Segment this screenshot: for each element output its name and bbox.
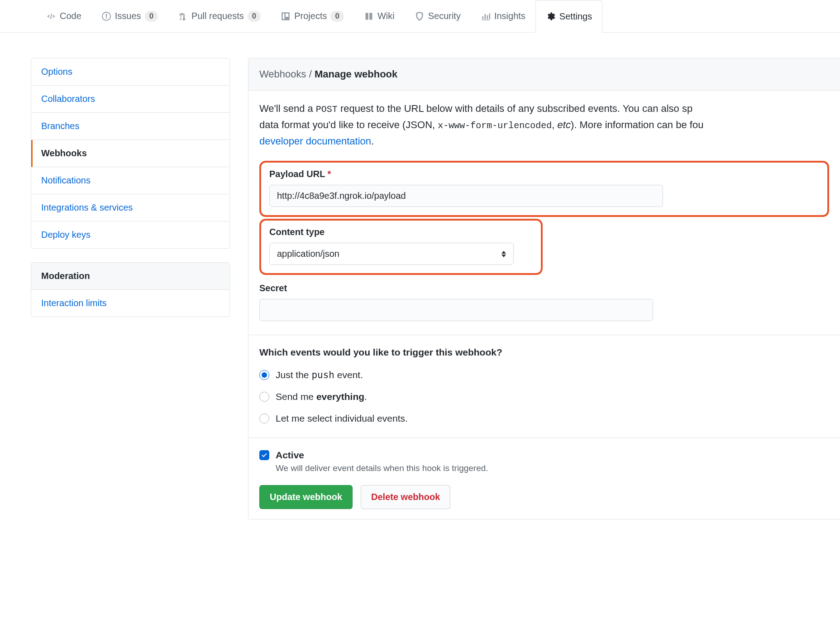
delete-webhook-button[interactable]: Delete webhook [361,485,450,509]
content-type-label: Content type [269,227,533,237]
radio-icon [259,370,269,380]
developer-docs-link[interactable]: developer documentation [259,135,371,147]
sidebar-item-options[interactable]: Options [31,58,229,86]
intro-text: We'll send a POST request to the URL bel… [259,101,829,149]
content-type-select[interactable]: application/json [269,243,514,265]
pull-request-icon [178,11,188,21]
highlight-payload-url: Payload URL * [259,161,829,217]
pulls-count: 0 [248,11,261,22]
tab-code[interactable]: Code [36,0,91,32]
projects-icon [281,11,291,21]
update-webhook-button[interactable]: Update webhook [259,485,353,509]
wiki-icon [364,11,374,21]
secret-input[interactable] [259,299,653,321]
radio-icon [259,413,269,423]
tab-projects[interactable]: Projects 0 [271,0,354,32]
sidebar-item-notifications[interactable]: Notifications [31,167,229,194]
radio-just-push[interactable]: Just the push event. [259,370,829,380]
tab-wiki[interactable]: Wiki [354,0,405,32]
repo-tabs: Code Issues 0 Pull requests 0 Projects 0… [0,0,840,33]
projects-count: 0 [330,11,344,22]
issues-count: 0 [145,11,158,22]
payload-url-input[interactable] [269,185,663,207]
gear-icon [546,11,556,21]
sidebar-item-collaborators[interactable]: Collaborators [31,86,229,113]
issue-icon [101,11,111,21]
radio-icon [259,392,269,402]
graph-icon [481,11,491,21]
sidebar-item-branches[interactable]: Branches [31,113,229,140]
payload-url-label: Payload URL * [269,169,819,179]
active-desc: We will deliver event details when this … [276,463,829,473]
breadcrumb-current: Manage webhook [315,68,397,80]
tab-security[interactable]: Security [405,0,471,32]
shield-icon [415,11,425,21]
tab-pulls[interactable]: Pull requests 0 [168,0,271,32]
secret-label: Secret [259,283,829,293]
tab-issues[interactable]: Issues 0 [91,0,168,32]
highlight-content-type: Content type application/json [259,219,543,275]
select-caret-icon [501,251,506,257]
settings-sidebar: Options Collaborators Branches Webhooks … [31,58,230,519]
code-icon [46,11,56,21]
events-question: Which events would you like to trigger t… [259,347,829,358]
radio-individual[interactable]: Let me select individual events. [259,413,829,424]
breadcrumb-parent[interactable]: Webhooks [259,68,306,80]
sidebar-item-webhooks[interactable]: Webhooks [31,140,229,167]
tab-insights[interactable]: Insights [471,0,535,32]
breadcrumb: Webhooks / Manage webhook [248,58,840,91]
sidebar-item-interaction-limits[interactable]: Interaction limits [31,290,229,317]
radio-everything[interactable]: Send me everything. [259,391,829,402]
active-checkbox-row[interactable]: Active [259,450,829,461]
sidebar-item-deploy-keys[interactable]: Deploy keys [31,221,229,248]
sidebar-header-moderation: Moderation [31,263,229,290]
main-panel: Webhooks / Manage webhook We'll send a P… [248,58,840,519]
tab-settings[interactable]: Settings [535,0,602,33]
sidebar-item-integrations[interactable]: Integrations & services [31,194,229,221]
checkbox-icon [259,450,269,460]
